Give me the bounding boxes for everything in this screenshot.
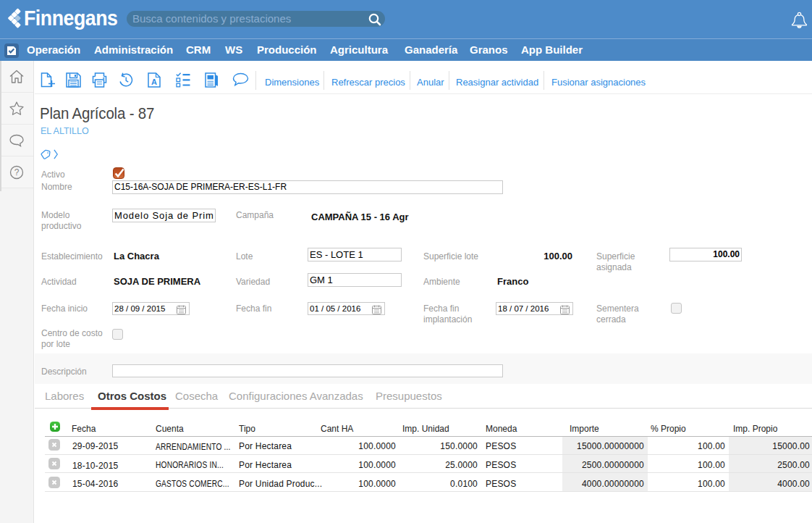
svg-text:A: A [151,78,157,86]
svg-text:?: ? [14,167,20,177]
